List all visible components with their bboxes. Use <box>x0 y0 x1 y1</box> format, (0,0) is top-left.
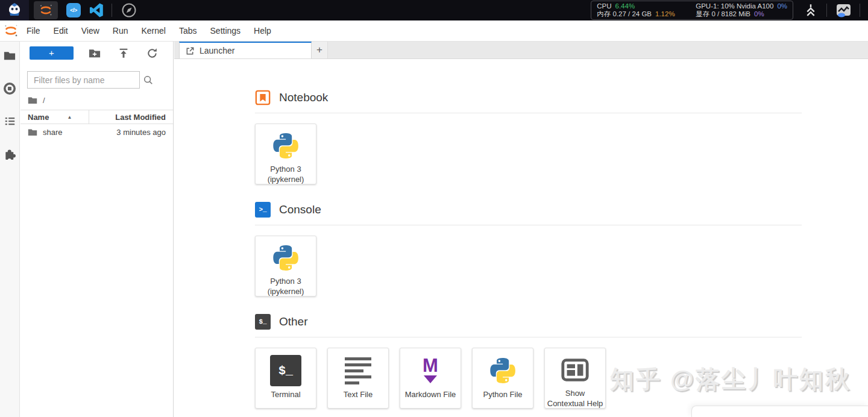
topbar-divider <box>860 4 860 17</box>
code-icon: </> <box>70 7 77 13</box>
home-folder-icon[interactable] <box>28 96 37 104</box>
cpu-stat: CPU 6.44% <box>597 2 687 10</box>
notebook-icon <box>255 90 271 105</box>
folder-icon <box>28 128 37 136</box>
section-title: Console <box>279 203 321 216</box>
gpu-value: 0% <box>777 2 787 10</box>
sidebar-tab-running[interactable] <box>3 82 16 95</box>
tab-label: Launcher <box>200 46 234 55</box>
folder-icon <box>4 51 16 61</box>
gpu-label: GPU-1: 10% Nvidia A100 <box>696 2 773 10</box>
file-filter-input[interactable] <box>28 75 143 85</box>
jupyterlab-window: </> CPU 6.44% GPU-1: 10% Nvidia A100 0% <box>0 0 868 417</box>
tab-launcher[interactable]: Launcher <box>179 42 312 58</box>
menu-file[interactable]: File <box>20 20 47 41</box>
plus-icon: + <box>316 44 322 56</box>
file-list-header: Name ▲ Last Modified <box>20 110 173 124</box>
file-modified: 3 minutes ago <box>116 128 173 137</box>
add-tab-button[interactable]: + <box>312 42 328 58</box>
sidebar-tab-toc[interactable] <box>3 114 16 128</box>
topbar-divider <box>112 4 112 17</box>
file-row-share[interactable]: share 3 minutes ago <box>20 124 173 140</box>
card-label-line1: Show <box>547 389 603 399</box>
launcher-card-pythonfile[interactable]: Python File <box>472 348 533 409</box>
code-server-shortcut[interactable]: </> <box>66 3 81 17</box>
browser-shortcut[interactable] <box>121 2 137 18</box>
terminal-section-icon: $_ <box>255 314 271 330</box>
menu-kernel[interactable]: Kernel <box>134 20 172 41</box>
new-folder-button[interactable] <box>89 48 101 58</box>
cpu-value: 6.44% <box>615 2 635 10</box>
tensorboard-icon <box>803 2 819 18</box>
jupyter-shortcut[interactable] <box>34 1 58 19</box>
running-kernels-icon <box>3 82 16 95</box>
file-browser-panel: + <box>20 42 174 417</box>
terminal-icon: $_ <box>270 355 301 386</box>
launcher-card-notebook-python3[interactable]: Python 3 (ipykernel) <box>255 124 316 184</box>
menu-edit[interactable]: Edit <box>47 20 75 41</box>
puzzle-icon <box>4 148 16 161</box>
launcher-section-console: >_ Console Python 3 <box>255 202 802 296</box>
python-icon <box>270 243 301 273</box>
column-header-modified[interactable]: Last Modified <box>89 113 173 122</box>
menu-settings[interactable]: Settings <box>204 20 248 41</box>
breadcrumb-root[interactable]: / <box>43 96 45 105</box>
console-icon: >_ <box>255 202 271 218</box>
launcher-card-textfile[interactable]: Text File <box>327 348 389 409</box>
new-folder-icon <box>89 48 101 58</box>
sidebar-tab-filebrowser[interactable] <box>3 49 16 62</box>
card-label-line1: Terminal <box>271 390 300 400</box>
launcher-card-contextual-help[interactable]: Show Contextual Help <box>544 348 606 409</box>
cpu-label: CPU <box>597 2 611 10</box>
menu-run[interactable]: Run <box>106 20 135 41</box>
refresh-button[interactable] <box>146 48 158 59</box>
resource-monitor-panel: CPU 6.44% GPU-1: 10% Nvidia A100 0% 内存 0… <box>591 1 793 20</box>
memory-value: 1.12% <box>655 10 675 18</box>
gpu-stat: GPU-1: 10% Nvidia A100 0% <box>696 2 787 10</box>
launcher-card-terminal[interactable]: $_ Terminal <box>255 348 316 409</box>
section-title: Notebook <box>279 91 328 104</box>
markdown-icon: M <box>423 358 438 383</box>
launcher-icon <box>186 46 195 55</box>
plus-icon: + <box>49 47 54 59</box>
system-topbar: </> CPU 6.44% GPU-1: 10% Nvidia A100 0% <box>0 0 868 20</box>
breadcrumb: / <box>20 93 173 107</box>
monitor-icon <box>835 2 852 18</box>
vram-label: 显存 0 / 8182 MiB <box>696 10 750 18</box>
menu-help[interactable]: Help <box>247 20 278 41</box>
menu-view[interactable]: View <box>75 20 106 41</box>
jupyter-icon <box>38 2 54 18</box>
menu-tabs[interactable]: Tabs <box>172 20 204 41</box>
activity-bar <box>0 42 20 417</box>
corner-popup <box>691 406 868 417</box>
launcher-section-notebook: Notebook Python 3 (ipykernel) <box>255 90 802 184</box>
section-divider <box>255 113 802 113</box>
section-divider <box>255 337 802 337</box>
sort-ascending-icon: ▲ <box>67 114 72 120</box>
vscode-shortcut[interactable] <box>89 3 104 17</box>
compass-icon <box>121 2 137 18</box>
section-header: Notebook <box>255 90 802 105</box>
app-logo[interactable] <box>0 0 29 20</box>
card-label-line1: Python File <box>483 390 522 400</box>
jupyter-icon <box>2 22 19 39</box>
card-label-line1: Markdown File <box>405 390 456 400</box>
monitor-shortcut[interactable] <box>835 2 852 18</box>
menubar: File Edit View Run Kernel Tabs Settings … <box>0 20 868 42</box>
new-launcher-button[interactable]: + <box>30 46 74 60</box>
card-label-line2: (ipykernel) <box>268 175 304 185</box>
mascot-icon <box>7 2 22 18</box>
launcher-card-markdown[interactable]: M Markdown File <box>400 348 461 409</box>
upload-button[interactable] <box>118 47 130 59</box>
section-header: >_ Console <box>255 202 802 218</box>
file-browser-toolbar: + <box>20 42 173 64</box>
section-divider <box>255 225 802 225</box>
jupyter-menubar-logo <box>2 22 20 39</box>
column-header-name[interactable]: Name ▲ <box>20 110 89 124</box>
launcher-card-console-python3[interactable]: Python 3 (ipykernel) <box>255 236 316 296</box>
memory-label: 内存 0.27 / 24 GB <box>597 10 652 18</box>
sidebar-tab-extensions[interactable] <box>3 148 16 161</box>
tensorboard-shortcut[interactable] <box>803 2 819 18</box>
main-dock-panel: Launcher + Notebook <box>174 42 868 417</box>
section-header: $_ Other <box>255 314 802 330</box>
